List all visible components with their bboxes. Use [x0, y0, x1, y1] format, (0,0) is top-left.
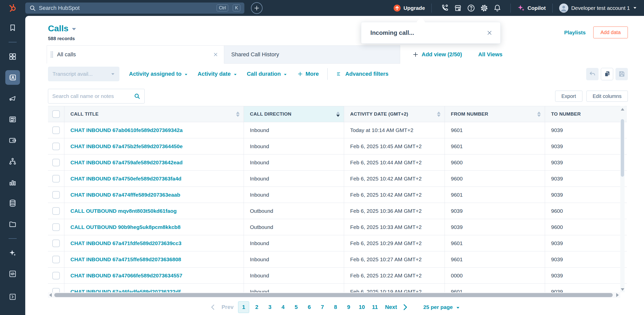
help-button[interactable]	[465, 2, 478, 15]
page-button-2[interactable]: 2	[251, 301, 262, 313]
page-button-3[interactable]: 3	[264, 301, 275, 313]
page-button-10[interactable]: 10	[356, 301, 367, 313]
column-header-call-title[interactable]: CALL TITLE	[64, 106, 244, 122]
page-button-7[interactable]: 7	[317, 301, 328, 313]
marketplace-button[interactable]	[451, 2, 465, 15]
drag-handle-icon[interactable]	[50, 51, 54, 58]
filter-activity-date[interactable]: Activity date	[198, 71, 237, 77]
close-icon[interactable]	[213, 52, 218, 57]
call-search-input[interactable]	[52, 93, 132, 99]
sort-icon[interactable]	[336, 112, 340, 117]
call-title-link[interactable]: CHAT INBOUND 67a47066fe589d2073634557	[70, 273, 182, 279]
settings-button[interactable]	[478, 2, 491, 15]
row-checkbox[interactable]	[48, 284, 64, 292]
row-checkbox[interactable]	[48, 235, 64, 251]
row-checkbox[interactable]	[48, 203, 64, 219]
scroll-left-arrow-icon[interactable]	[49, 293, 52, 297]
sidebar-item-content[interactable]	[5, 112, 20, 127]
search-icon[interactable]	[134, 93, 140, 99]
select-all-checkbox[interactable]	[48, 106, 64, 122]
row-checkbox[interactable]	[48, 171, 64, 187]
scroll-up-arrow-icon[interactable]	[621, 108, 624, 111]
global-search[interactable]: Ctrl K	[25, 3, 244, 14]
advanced-filters-button[interactable]: Advanced filters	[336, 71, 389, 77]
close-icon[interactable]	[486, 30, 493, 36]
sidebar-item-library[interactable]	[5, 217, 20, 231]
page-button-5[interactable]: 5	[291, 301, 302, 313]
more-filters-button[interactable]: More	[297, 71, 319, 77]
playlists-link[interactable]: Playlists	[564, 30, 586, 36]
horizontal-scrollbar[interactable]	[48, 292, 620, 298]
row-checkbox[interactable]	[48, 187, 64, 203]
sidebar-item-commerce[interactable]	[5, 133, 20, 148]
column-header-activity-date[interactable]: ACTIVITY DATE (GMT+2)	[344, 106, 445, 122]
tab-shared-call-history[interactable]: Shared Call History	[224, 45, 400, 64]
scroll-down-arrow-icon[interactable]	[621, 288, 624, 291]
call-title-link[interactable]: CHAT INBOUND 67a471fdfe589d2073639cc3	[70, 240, 182, 246]
vertical-scrollbar[interactable]	[620, 106, 625, 292]
sidebar-item-data-management[interactable]	[5, 196, 20, 211]
vertical-scrollbar-thumb[interactable]	[621, 119, 624, 177]
call-title-link[interactable]: CHAT INBOUND 67ab0610fe589d207369342a	[70, 127, 183, 133]
add-view-button[interactable]: Add view (2/50)	[413, 45, 462, 64]
object-type-selector[interactable]: Calls	[48, 23, 76, 33]
sidebar-item-marketing[interactable]	[5, 91, 20, 106]
row-checkbox[interactable]	[48, 251, 64, 267]
row-checkbox[interactable]	[48, 154, 64, 170]
call-search-box[interactable]	[48, 89, 145, 103]
tab-all-calls[interactable]: All calls	[47, 45, 224, 64]
call-title-link[interactable]: CALL OUTBOUND mqv8nt803t50kd61faog	[70, 208, 177, 214]
page-button-4[interactable]: 4	[277, 301, 289, 313]
page-button-9[interactable]: 9	[343, 301, 354, 313]
row-checkbox[interactable]	[48, 122, 64, 138]
sidebar-item-ai[interactable]	[5, 246, 20, 260]
next-page-button[interactable]: Next	[385, 304, 397, 310]
page-button-6[interactable]: 6	[304, 301, 315, 313]
copilot-button[interactable]: Copilot	[517, 4, 546, 12]
call-title-link[interactable]: CHAT INBOUND 67a474fffe589d207363eaab	[70, 192, 180, 198]
sidebar-item-reporting[interactable]	[5, 175, 20, 190]
page-button-8[interactable]: 8	[330, 301, 341, 313]
page-button-11[interactable]: 11	[369, 301, 380, 313]
next-page-chevron-icon[interactable]	[401, 303, 409, 311]
scroll-right-arrow-icon[interactable]	[616, 293, 619, 297]
row-checkbox[interactable]	[48, 219, 64, 235]
sort-icon[interactable]	[437, 112, 441, 117]
row-checkbox[interactable]	[48, 268, 64, 283]
calling-button[interactable]	[438, 2, 451, 15]
call-title-link[interactable]: CHAT INBOUND 67a4750efe589d207363fa4d	[70, 176, 182, 182]
call-title-link[interactable]: CALL OUTBOUND 90b9heg5uk8pcm8kkcb8	[70, 224, 181, 230]
sidebar-item-crm[interactable]	[5, 70, 20, 85]
export-button[interactable]: Export	[555, 91, 582, 102]
call-title-link[interactable]: CHAT INBOUND 67a4759afe589d2073642ead	[70, 160, 183, 166]
sidebar-item-workspaces[interactable]	[5, 49, 20, 64]
global-search-input[interactable]	[39, 5, 214, 11]
filter-call-duration[interactable]: Call duration	[247, 71, 287, 77]
column-header-from-number[interactable]: FROM NUMBER	[445, 106, 545, 122]
call-title-link[interactable]: CHAT INBOUND 67a4715ffe589d2073636808	[70, 256, 181, 262]
notifications-button[interactable]	[491, 2, 504, 15]
call-title-link[interactable]: CHAT INBOUND 67a475b2fe589d207364450e	[70, 143, 183, 149]
row-checkbox[interactable]	[48, 138, 64, 154]
clone-view-button[interactable]	[601, 68, 613, 80]
sidebar-item-bookmarks[interactable]	[5, 20, 20, 35]
sort-icon[interactable]	[236, 112, 240, 117]
call-title-link[interactable]: CHAT INBOUND 67a46fadfe589d20736322df	[70, 289, 181, 293]
sort-icon[interactable]	[537, 112, 541, 117]
column-header-call-direction[interactable]: CALL DIRECTION	[244, 106, 344, 122]
horizontal-scrollbar-thumb[interactable]	[54, 293, 613, 297]
upgrade-button[interactable]: Upgrade	[393, 4, 425, 12]
account-menu[interactable]: Developer test account 1	[559, 4, 637, 13]
sidebar-expand-toggle[interactable]	[5, 290, 20, 304]
all-views-link[interactable]: All Views	[478, 45, 502, 64]
column-header-to-number[interactable]: TO NUMBER	[545, 106, 627, 122]
quick-create-button[interactable]	[251, 2, 263, 14]
hubspot-logo[interactable]	[0, 4, 25, 13]
edit-columns-button[interactable]: Edit columns	[586, 91, 628, 102]
filter-activity-assigned-to[interactable]: Activity assigned to	[129, 71, 188, 77]
add-data-button[interactable]: Add data	[593, 27, 628, 38]
sidebar-item-developer[interactable]	[5, 267, 20, 281]
per-page-selector[interactable]: 25 per page	[423, 304, 460, 310]
sidebar-item-automations[interactable]	[5, 154, 20, 169]
page-button-1[interactable]: 1	[238, 301, 249, 313]
